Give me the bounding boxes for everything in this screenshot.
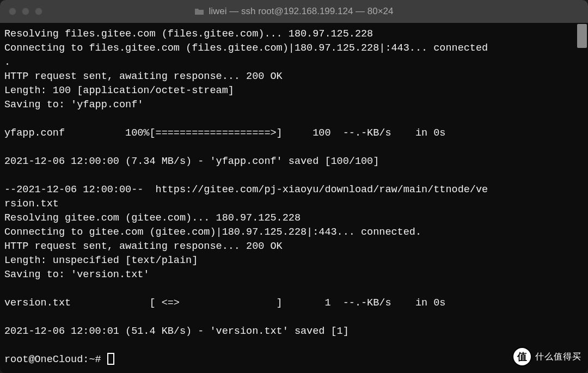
folder-icon (194, 8, 204, 15)
minimize-button[interactable] (22, 8, 29, 15)
terminal-lines: Resolving files.gitee.com (files.gitee.c… (4, 28, 488, 337)
window-title-text: liwei — ssh root@192.168.199.124 — 80×24 (209, 6, 393, 17)
close-button[interactable] (9, 8, 16, 15)
maximize-button[interactable] (35, 8, 42, 15)
titlebar[interactable]: liwei — ssh root@192.168.199.124 — 80×24 (0, 0, 588, 23)
watermark: 值 什么值得买 (512, 347, 581, 366)
cursor (107, 353, 114, 365)
terminal-window: liwei — ssh root@192.168.199.124 — 80×24… (0, 0, 588, 373)
window-title: liwei — ssh root@192.168.199.124 — 80×24 (0, 6, 588, 17)
watermark-text: 什么值得买 (535, 351, 581, 363)
scrollbar-thumb[interactable] (577, 24, 587, 48)
terminal-output[interactable]: Resolving files.gitee.com (files.gitee.c… (0, 23, 588, 373)
traffic-lights (9, 8, 42, 15)
shell-prompt: root@OneCloud:~# (4, 354, 107, 365)
watermark-badge: 值 (512, 347, 532, 366)
